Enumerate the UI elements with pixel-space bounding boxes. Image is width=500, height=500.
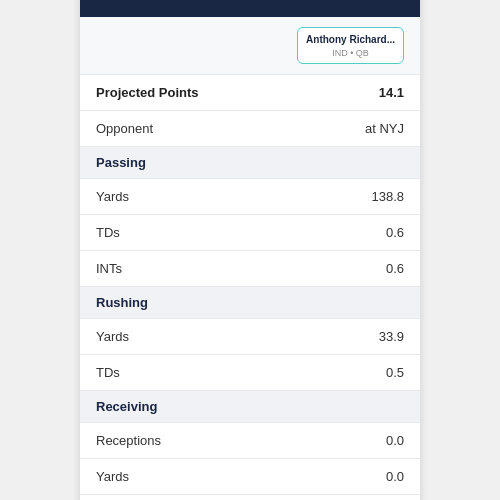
row-label: TDs bbox=[96, 225, 120, 240]
detailed-breakdown-card: Detailed Breakdown Anthony Richard... IN… bbox=[80, 0, 420, 500]
player-name: Anthony Richard... bbox=[306, 33, 395, 46]
row-receiving-yards: Yards 0.0 bbox=[80, 459, 420, 495]
card-title: Detailed Breakdown bbox=[96, 0, 239, 2]
row-value: 0.6 bbox=[386, 261, 404, 276]
card-header: Detailed Breakdown bbox=[80, 0, 420, 17]
section-label: Passing bbox=[96, 155, 146, 170]
row-rushing-yards: Yards 33.9 bbox=[80, 319, 420, 355]
row-value: 0.0 bbox=[386, 433, 404, 448]
row-receiving-header: Receiving bbox=[80, 391, 420, 423]
row-projected-points: Projected Points 14.1 bbox=[80, 75, 420, 111]
row-value: 138.8 bbox=[371, 189, 404, 204]
row-value: 14.1 bbox=[379, 85, 404, 100]
stats-table: Projected Points 14.1 Opponent at NYJ Pa… bbox=[80, 75, 420, 501]
row-receiving-tds: TDs 0.0 bbox=[80, 495, 420, 501]
section-label: Receiving bbox=[96, 399, 157, 414]
row-value: 0.0 bbox=[386, 469, 404, 484]
row-label: TDs bbox=[96, 365, 120, 380]
row-label: Yards bbox=[96, 329, 129, 344]
player-row: Anthony Richard... IND • QB bbox=[80, 17, 420, 75]
row-passing-tds: TDs 0.6 bbox=[80, 215, 420, 251]
row-label: Opponent bbox=[96, 121, 153, 136]
row-label: INTs bbox=[96, 261, 122, 276]
row-value: 0.6 bbox=[386, 225, 404, 240]
row-label: Yards bbox=[96, 189, 129, 204]
row-value: at NYJ bbox=[365, 121, 404, 136]
row-receiving-receptions: Receptions 0.0 bbox=[80, 423, 420, 459]
row-value: 33.9 bbox=[379, 329, 404, 344]
row-opponent: Opponent at NYJ bbox=[80, 111, 420, 147]
section-label: Rushing bbox=[96, 295, 148, 310]
row-label: Receptions bbox=[96, 433, 161, 448]
row-label: Projected Points bbox=[96, 85, 199, 100]
row-passing-header: Passing bbox=[80, 147, 420, 179]
row-rushing-header: Rushing bbox=[80, 287, 420, 319]
row-passing-ints: INTs 0.6 bbox=[80, 251, 420, 287]
player-badge[interactable]: Anthony Richard... IND • QB bbox=[297, 27, 404, 64]
row-rushing-tds: TDs 0.5 bbox=[80, 355, 420, 391]
row-passing-yards: Yards 138.8 bbox=[80, 179, 420, 215]
player-meta: IND • QB bbox=[306, 48, 395, 58]
row-label: Yards bbox=[96, 469, 129, 484]
row-value: 0.5 bbox=[386, 365, 404, 380]
